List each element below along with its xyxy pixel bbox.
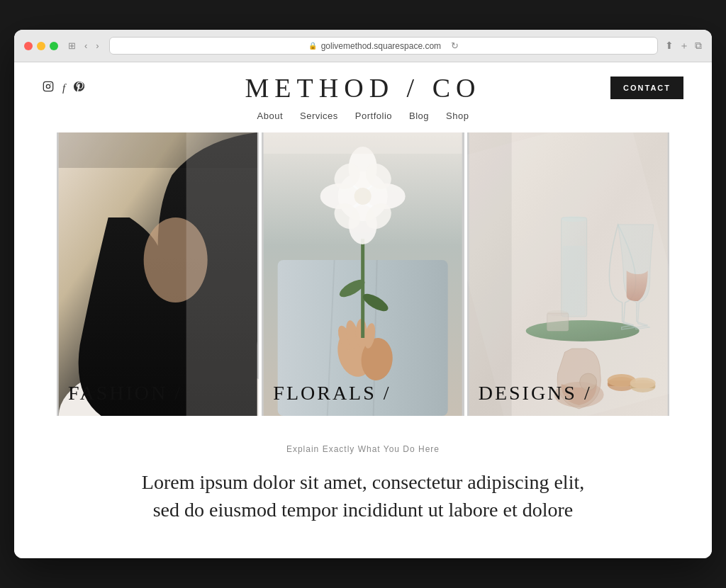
sidebar-toggle-icon[interactable]: ⊞ [65, 39, 79, 52]
instagram-icon[interactable] [43, 81, 54, 95]
nav-blog[interactable]: Blog [409, 111, 429, 121]
tagline-subtitle: Explain Exactly What You Do Here [28, 444, 698, 454]
svg-rect-0 [43, 81, 52, 91]
reload-icon[interactable]: ↻ [451, 40, 459, 51]
svg-rect-55 [469, 132, 511, 416]
svg-rect-37 [264, 132, 462, 154]
site-content: f METHOD / CO CONTACT About Services Por… [14, 62, 712, 558]
maximize-button[interactable] [50, 42, 58, 50]
new-tab-icon[interactable]: ＋ [679, 40, 689, 52]
social-icons: f [43, 81, 84, 95]
tabs-icon[interactable]: ⧉ [695, 40, 702, 52]
site-nav: About Services Portfolio Blog Shop [14, 106, 712, 132]
browser-actions: ⬆ ＋ ⧉ [665, 40, 702, 52]
traffic-lights [24, 42, 58, 50]
gallery-label-designs: DESIGNS / [479, 382, 592, 405]
minimize-button[interactable] [37, 42, 45, 50]
share-icon[interactable]: ⬆ [665, 40, 674, 52]
tagline-body: Lorem ipsum dolor sit amet, consectetur … [133, 468, 593, 524]
gallery-item-designs[interactable]: DESIGNS / [467, 132, 669, 416]
close-button[interactable] [24, 42, 33, 50]
gallery-item-fashion[interactable]: FASHION / [57, 132, 259, 416]
image-gallery: FASHION / [14, 132, 712, 416]
url-text: golivemethod.squarespace.com [321, 41, 441, 51]
site-title: METHOD / CO [245, 72, 481, 103]
contact-button[interactable]: CONTACT [610, 77, 683, 99]
pinterest-icon[interactable] [74, 81, 84, 95]
nav-portfolio[interactable]: Portfolio [355, 111, 392, 121]
svg-point-1 [46, 84, 50, 88]
facebook-icon[interactable]: f [62, 82, 65, 94]
address-bar[interactable]: 🔒 golivemethod.squarespace.com ↻ [109, 37, 658, 55]
nav-services[interactable]: Services [300, 111, 338, 121]
lock-icon: 🔒 [308, 42, 317, 50]
svg-rect-13 [186, 132, 257, 416]
browser-controls: ⊞ ‹ › [65, 39, 102, 52]
nav-shop[interactable]: Shop [446, 111, 469, 121]
tagline-section: Explain Exactly What You Do Here Lorem i… [14, 416, 712, 531]
gallery-item-florals[interactable]: FLORALS / [262, 132, 464, 416]
browser-window: ⊞ ‹ › 🔒 golivemethod.squarespace.com ↻ ⬆… [14, 30, 712, 558]
back-icon[interactable]: ‹ [82, 39, 90, 52]
browser-chrome: ⊞ ‹ › 🔒 golivemethod.squarespace.com ↻ ⬆… [14, 30, 712, 62]
site-header: f METHOD / CO CONTACT [14, 62, 712, 106]
nav-about[interactable]: About [257, 111, 283, 121]
gallery-label-florals: FLORALS / [273, 382, 391, 405]
svg-point-2 [50, 84, 51, 84]
forward-icon[interactable]: › [93, 39, 101, 52]
gallery-label-fashion: FASHION / [68, 382, 182, 405]
svg-point-36 [354, 188, 372, 205]
